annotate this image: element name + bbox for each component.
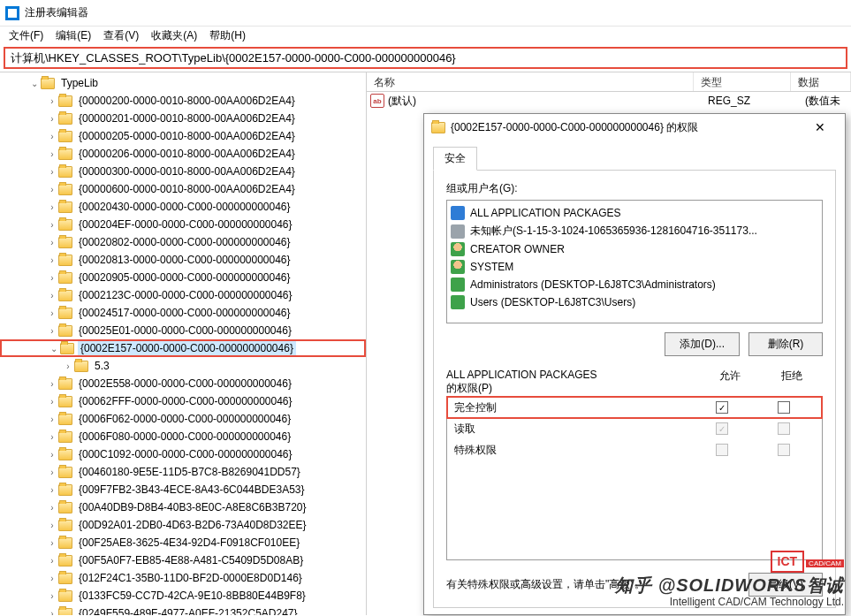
expander-icon[interactable]: ›: [46, 609, 58, 616]
expander-icon[interactable]: ›: [46, 556, 58, 566]
tree-item[interactable]: ›{00000205-0000-0010-8000-00AA006D2EA4}: [0, 127, 366, 145]
expander-icon[interactable]: ›: [46, 291, 58, 300]
close-icon[interactable]: ✕: [802, 120, 838, 134]
tree-item[interactable]: ›5.3: [0, 357, 366, 375]
tree-item[interactable]: ›{00A40DB9-D8B4-40B3-8E0C-A8E8C6B3B720}: [0, 498, 366, 516]
expander-icon[interactable]: ›: [46, 167, 58, 177]
expander-icon[interactable]: ›: [46, 414, 58, 424]
tree-item[interactable]: ›{00000300-0000-0010-8000-00AA006D2EA4}: [0, 163, 366, 180]
expander-icon[interactable]: ›: [46, 202, 58, 212]
folder-icon: [58, 308, 72, 319]
menu-file[interactable]: 文件(F): [4, 27, 49, 45]
tree-item[interactable]: ›{0006F080-0000-0000-C000-000000000046}: [0, 428, 366, 445]
allow-checkbox[interactable]: ✓: [716, 401, 728, 414]
remove-button[interactable]: 删除(R): [748, 332, 823, 356]
expander-icon[interactable]: ›: [46, 521, 58, 530]
tree-item[interactable]: ›{00000201-0000-0010-8000-00AA006D2EA4}: [0, 110, 366, 127]
tree-item[interactable]: ›{009F7FB2-3B43-4ECE-8A43-6C044BDE3A53}: [0, 481, 366, 498]
deny-checkbox[interactable]: [778, 401, 790, 414]
permissions-list[interactable]: 完全控制✓读取✓特殊权限: [446, 396, 823, 560]
tree-item[interactable]: ›{00000600-0000-0010-8000-00AA006D2EA4}: [0, 180, 366, 198]
user-row[interactable]: Administrators (DESKTOP-L6J8TC3\Administ…: [447, 276, 822, 293]
registry-tree[interactable]: ⌄TypeLib›{00000200-0000-0010-8000-00AA00…: [0, 72, 367, 615]
dialog-titlebar[interactable]: {0002E157-0000-0000-C000-000000000046} 的…: [424, 114, 845, 141]
expander-icon[interactable]: ›: [46, 114, 58, 124]
tree-item[interactable]: ›{00000200-0000-0010-8000-00AA006D2EA4}: [0, 92, 366, 110]
tree-label: 5.3: [92, 359, 112, 373]
expander-icon[interactable]: ›: [46, 503, 58, 513]
tree-item[interactable]: ›{000204EF-0000-0000-C000-000000000046}: [0, 216, 366, 233]
expander-icon[interactable]: ›: [46, 485, 58, 495]
expander-icon[interactable]: ›: [46, 397, 58, 407]
expander-icon[interactable]: ›: [46, 538, 58, 548]
folder-icon: [58, 502, 72, 513]
tree-label: {00000600-0000-0010-8000-00AA006D2EA4}: [76, 182, 298, 196]
tree-label: {0006F080-0000-0000-C000-000000000046}: [76, 430, 293, 444]
tree-item[interactable]: ⌄TypeLib: [0, 74, 366, 92]
expander-icon[interactable]: ›: [46, 96, 58, 106]
expander-icon[interactable]: ›: [46, 255, 58, 265]
tree-item[interactable]: ›{00460180-9E5E-11D5-B7C8-B8269041DD57}: [0, 463, 366, 481]
expander-icon[interactable]: ›: [46, 220, 58, 230]
tree-item[interactable]: ›{00020802-0000-0000-C000-000000000046}: [0, 233, 366, 251]
deny-checkbox: [778, 422, 790, 435]
tree-item[interactable]: ›{012F24C1-35B0-11D0-BF2D-0000E8D0D146}: [0, 569, 366, 587]
menu-help[interactable]: 帮助(H): [204, 27, 251, 45]
tree-item[interactable]: ›{00000206-0000-0010-8000-00AA006D2EA4}: [0, 145, 366, 163]
col-name[interactable]: 名称: [367, 72, 694, 91]
user-row[interactable]: ALL APPLICATION PACKAGES: [447, 204, 822, 222]
menu-view[interactable]: 查看(V): [98, 27, 144, 45]
expander-icon[interactable]: ⌄: [48, 344, 60, 354]
folder-icon: [58, 378, 72, 390]
tree-item-selected[interactable]: ⌄{0002E157-0000-0000-C000-000000000046}: [0, 339, 366, 357]
folder-icon: [58, 290, 72, 301]
tree-label: {0006F062-0000-0000-C000-000000000046}: [76, 412, 293, 426]
expander-icon[interactable]: ›: [46, 468, 58, 477]
tree-item[interactable]: ›{00F25AE8-3625-4E34-92D4-F0918CF010EE}: [0, 534, 366, 551]
expander-icon[interactable]: ›: [46, 591, 58, 601]
tree-item[interactable]: ›{00020430-0000-0000-C000-000000000046}: [0, 198, 366, 216]
tree-item[interactable]: ›{00025E01-0000-0000-C000-000000000046}: [0, 322, 366, 339]
menu-favorites[interactable]: 收藏夹(A): [146, 27, 202, 45]
tree-item[interactable]: ›{00F5A0F7-EB85-4E88-A481-C5409D5D08AB}: [0, 551, 366, 569]
tree-item[interactable]: ›{0133FC59-CC7D-42CA-9E10-8BB80E44B9F8}: [0, 587, 366, 605]
expander-icon[interactable]: ›: [46, 432, 58, 442]
user-row[interactable]: Users (DESKTOP-L6J8TC3\Users): [447, 293, 822, 311]
expander-icon[interactable]: ›: [62, 361, 74, 371]
user-row[interactable]: CREATOR OWNER: [447, 240, 822, 258]
tree-item[interactable]: ›{0249F559-489F-4977-A0EF-21352C5AD247}: [0, 605, 366, 615]
user-row[interactable]: 未知帐户(S-1-15-3-1024-1065365936-1281604716…: [447, 222, 822, 240]
expander-icon[interactable]: ›: [46, 574, 58, 583]
menu-edit[interactable]: 编辑(E): [50, 27, 96, 45]
expander-icon[interactable]: ›: [46, 132, 58, 141]
user-row[interactable]: SYSTEM: [447, 258, 822, 276]
address-bar[interactable]: [4, 47, 847, 69]
expander-icon[interactable]: ›: [46, 185, 58, 194]
add-button[interactable]: 添加(D)...: [665, 332, 740, 356]
expander-icon[interactable]: ›: [46, 450, 58, 460]
col-type[interactable]: 类型: [694, 72, 791, 91]
expander-icon[interactable]: ›: [46, 149, 58, 159]
value-row-default[interactable]: ab (默认) REG_SZ (数值未: [367, 92, 851, 110]
tab-security[interactable]: 安全: [433, 147, 477, 171]
tree-item[interactable]: ›{00D92A01-2DB0-4D63-B2D6-73A40D8D32EE}: [0, 516, 366, 534]
expander-icon[interactable]: ›: [46, 308, 58, 318]
col-data[interactable]: 数据: [791, 72, 851, 91]
users-list[interactable]: ALL APPLICATION PACKAGES未知帐户(S-1-15-3-10…: [446, 200, 823, 323]
tree-label: {000C1092-0000-0000-C000-000000000046}: [76, 447, 295, 461]
expander-icon[interactable]: ⌄: [28, 79, 41, 88]
expander-icon[interactable]: ›: [46, 379, 58, 389]
tree-item[interactable]: ›{00062FFF-0000-0000-C000-000000000046}: [0, 392, 366, 410]
tree-item[interactable]: ›{000C1092-0000-0000-C000-000000000046}: [0, 445, 366, 463]
tree-item[interactable]: ›{0002E558-0000-0000-C000-000000000046}: [0, 375, 366, 392]
folder-icon: [58, 555, 72, 567]
tree-item[interactable]: ›{00024517-0000-0000-C000-000000000046}: [0, 304, 366, 322]
expander-icon[interactable]: ›: [46, 273, 58, 283]
expander-icon[interactable]: ›: [46, 238, 58, 247]
advanced-button[interactable]: 高级(V): [748, 573, 823, 597]
tree-item[interactable]: ›{00020905-0000-0000-C000-000000000046}: [0, 269, 366, 286]
expander-icon[interactable]: ›: [46, 326, 58, 336]
tree-item[interactable]: ›{00020813-0000-0000-C000-000000000046}: [0, 251, 366, 269]
tree-item[interactable]: ›{0006F062-0000-0000-C000-000000000046}: [0, 410, 366, 428]
tree-item[interactable]: ›{0002123C-0000-0000-C000-000000000046}: [0, 286, 366, 304]
